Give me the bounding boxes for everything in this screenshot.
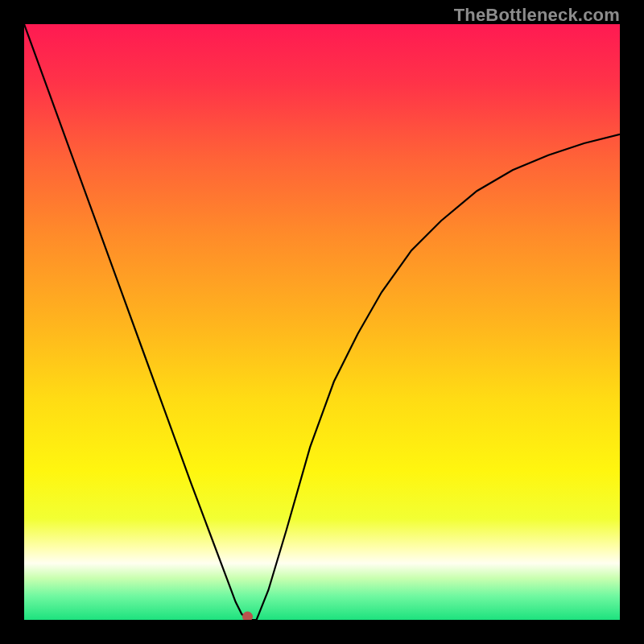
watermark-text: TheBottleneck.com [454,5,620,26]
plot-area [24,24,620,620]
minimum-marker [243,612,253,620]
chart-frame: TheBottleneck.com [0,0,644,644]
bottleneck-curve [24,24,620,620]
